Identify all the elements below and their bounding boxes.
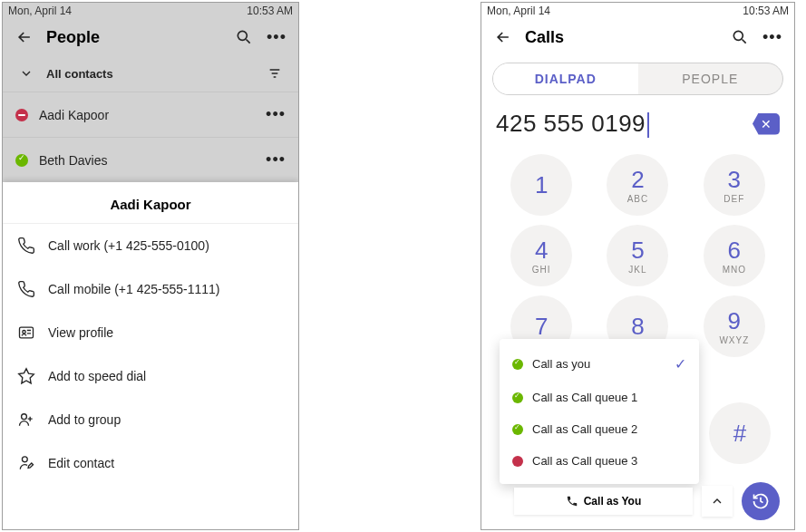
presence-busy-icon [512, 456, 523, 467]
presence-available-icon [512, 392, 523, 403]
page-title: Calls [525, 28, 718, 47]
status-time: 10:53 AM [743, 5, 789, 17]
more-icon[interactable]: ••• [762, 26, 783, 48]
chevron-up-button[interactable] [702, 486, 733, 517]
status-bar: Mon, April 14 10:53 AM [481, 3, 794, 19]
call-as-queue3-item[interactable]: Call as Call queue 3 [500, 445, 699, 477]
phone-icon [17, 280, 35, 298]
call-as-label: Call as You [584, 495, 642, 508]
contact-more-icon[interactable]: ••• [266, 105, 286, 124]
segmented-tabs: DIALPAD PEOPLE [492, 63, 783, 95]
history-button[interactable] [742, 482, 780, 520]
chevron-down-icon[interactable] [15, 63, 37, 84]
key-5[interactable]: 5JKL [607, 225, 668, 286]
presence-dnd-icon [15, 109, 28, 121]
popup-item-label: Call as Call queue 2 [532, 422, 637, 436]
key-6[interactable]: 6MNO [704, 225, 765, 286]
contact-row[interactable]: Beth Davies ••• [3, 137, 298, 182]
call-work-item[interactable]: Call work (+1 425-555-0100) [3, 224, 298, 267]
presence-available-icon [15, 154, 28, 167]
svg-point-0 [238, 31, 247, 40]
tab-dialpad[interactable]: DIALPAD [493, 63, 638, 94]
sheet-item-label: View profile [48, 325, 113, 340]
popup-item-label: Call as Call queue 3 [532, 454, 637, 468]
presence-available-icon [512, 424, 523, 435]
history-icon [752, 492, 770, 510]
sheet-item-label: Add to group [48, 412, 121, 427]
edit-icon [17, 454, 35, 472]
back-icon[interactable] [14, 26, 35, 48]
call-as-button[interactable]: Call as You [514, 488, 693, 515]
back-icon[interactable] [492, 26, 514, 48]
search-icon[interactable] [233, 26, 255, 48]
svg-point-2 [23, 331, 25, 334]
all-contacts-label[interactable]: All contacts [46, 67, 113, 81]
call-as-queue1-item[interactable]: Call as Call queue 1 [500, 382, 699, 413]
contact-name: Aadi Kapoor [39, 108, 255, 122]
more-icon[interactable]: ••• [266, 26, 287, 48]
view-profile-item[interactable]: View profile [3, 311, 298, 354]
search-icon[interactable] [729, 26, 751, 48]
call-as-popup: Call as you ✓ Call as Call queue 1 Call … [500, 339, 699, 484]
backspace-icon[interactable]: ✕ [753, 113, 780, 135]
sheet-item-label: Call mobile (+1 425-555-1111) [48, 282, 220, 296]
key-1[interactable]: 1 [510, 154, 572, 216]
card-icon [17, 324, 35, 342]
group-add-icon [17, 411, 35, 429]
sheet-item-label: Add to speed dial [48, 369, 146, 383]
bottom-bar: Call as You [514, 482, 780, 520]
add-speed-dial-item[interactable]: Add to speed dial [3, 354, 298, 398]
text-cursor [647, 112, 649, 138]
call-as-queue2-item[interactable]: Call as Call queue 2 [500, 413, 699, 445]
key-3[interactable]: 3DEF [704, 154, 765, 216]
contact-row[interactable]: Aadi Kapoor ••• [3, 92, 298, 137]
popup-item-label: Call as Call queue 1 [532, 391, 637, 404]
status-bar: Mon, April 14 10:53 AM [3, 3, 298, 19]
dialpad: 1 2ABC 3DEF 4GHI 5JKL 6MNO 7 8 9WXYZ [481, 145, 794, 366]
call-as-you-item[interactable]: Call as you ✓ [500, 346, 699, 382]
filter-icon[interactable] [264, 63, 286, 84]
edit-contact-item[interactable]: Edit contact [3, 441, 298, 485]
status-date: Mon, April 14 [8, 5, 72, 17]
sheet-item-label: Call work (+1 425-555-0100) [48, 238, 209, 253]
contacts-filter-row: All contacts [3, 55, 298, 92]
check-icon: ✓ [675, 355, 686, 372]
phone-icon [17, 237, 35, 255]
key-9[interactable]: 9WXYZ [704, 295, 765, 357]
phone-icon [566, 495, 578, 508]
sheet-item-label: Edit contact [48, 456, 114, 470]
status-time: 10:53 AM [247, 5, 293, 17]
popup-item-label: Call as you [532, 357, 590, 371]
contact-more-icon[interactable]: ••• [266, 150, 286, 169]
header: Calls ••• [481, 19, 794, 55]
svg-point-4 [22, 457, 27, 462]
key-4[interactable]: 4GHI [510, 225, 572, 286]
presence-available-icon [512, 359, 523, 370]
dial-display: 425 555 0199 ✕ [481, 102, 794, 145]
status-date: Mon, April 14 [487, 5, 550, 17]
page-title: People [46, 28, 222, 47]
key-hash[interactable]: # [709, 402, 771, 464]
sheet-title: Aadi Kapoor [3, 182, 298, 224]
contact-action-sheet: Aadi Kapoor Call work (+1 425-555-0100) … [3, 182, 298, 529]
chevron-up-icon [710, 494, 724, 508]
key-2[interactable]: 2ABC [607, 154, 668, 216]
svg-point-5 [733, 31, 743, 40]
contact-name: Beth Davies [39, 153, 255, 168]
svg-point-3 [22, 414, 27, 420]
tab-people[interactable]: PEOPLE [638, 63, 783, 94]
svg-rect-1 [20, 327, 34, 338]
header: People ••• [3, 19, 298, 55]
add-to-group-item[interactable]: Add to group [3, 398, 298, 441]
star-icon [17, 367, 35, 385]
dialed-number[interactable]: 425 555 0199 [496, 110, 753, 138]
call-mobile-item[interactable]: Call mobile (+1 425-555-1111) [3, 267, 298, 311]
